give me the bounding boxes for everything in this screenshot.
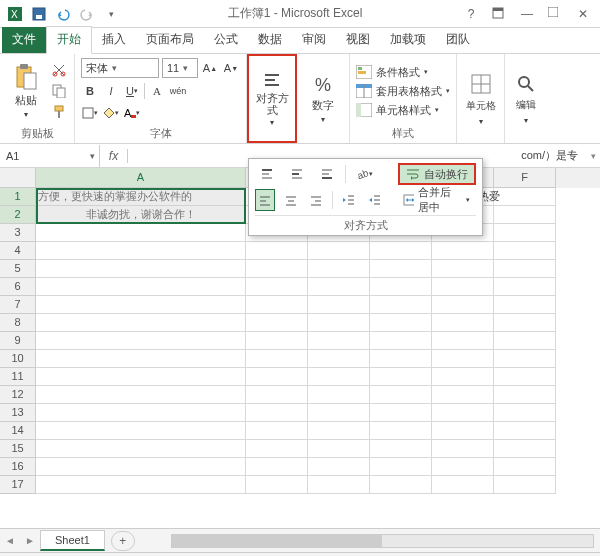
cell[interactable] bbox=[494, 368, 556, 386]
sheet-tab[interactable]: Sheet1 bbox=[40, 530, 105, 551]
cell[interactable] bbox=[432, 242, 494, 260]
row-header[interactable]: 13 bbox=[0, 404, 36, 422]
cell[interactable] bbox=[36, 296, 246, 314]
cell[interactable] bbox=[308, 242, 370, 260]
cell[interactable] bbox=[246, 332, 308, 350]
cell[interactable] bbox=[432, 314, 494, 332]
cell[interactable]: 方便，更快速的掌握办公软件的 bbox=[36, 188, 246, 206]
border-icon[interactable]: ▾ bbox=[81, 104, 99, 122]
cell[interactable] bbox=[432, 422, 494, 440]
cell[interactable] bbox=[494, 296, 556, 314]
fx-icon[interactable]: fx bbox=[100, 149, 128, 163]
group-number[interactable]: % 数字 ▾ bbox=[297, 54, 350, 143]
cell[interactable] bbox=[432, 350, 494, 368]
cell[interactable] bbox=[432, 404, 494, 422]
tab-view[interactable]: 视图 bbox=[336, 27, 380, 53]
cell[interactable] bbox=[246, 422, 308, 440]
cell[interactable] bbox=[494, 386, 556, 404]
increase-indent-icon[interactable] bbox=[365, 189, 385, 211]
col-header[interactable]: F bbox=[494, 168, 556, 188]
cell[interactable] bbox=[246, 458, 308, 476]
cell[interactable] bbox=[370, 332, 432, 350]
wrap-text-button[interactable]: 自动换行 bbox=[398, 163, 476, 185]
redo-icon[interactable] bbox=[78, 5, 96, 23]
cell[interactable] bbox=[370, 404, 432, 422]
row-header[interactable]: 9 bbox=[0, 332, 36, 350]
row-header[interactable]: 5 bbox=[0, 260, 36, 278]
cell[interactable] bbox=[36, 332, 246, 350]
group-editing[interactable]: 编辑 ▾ bbox=[505, 54, 547, 143]
cell[interactable] bbox=[308, 422, 370, 440]
phonetic-icon[interactable]: wén bbox=[169, 82, 187, 100]
align-middle-icon[interactable] bbox=[285, 163, 309, 185]
cell[interactable] bbox=[370, 386, 432, 404]
cell[interactable] bbox=[370, 422, 432, 440]
cell[interactable] bbox=[432, 278, 494, 296]
cell[interactable] bbox=[432, 458, 494, 476]
cell[interactable] bbox=[36, 242, 246, 260]
undo-icon[interactable] bbox=[54, 5, 72, 23]
tab-review[interactable]: 审阅 bbox=[292, 27, 336, 53]
group-alignment[interactable]: 对齐方式 ▾ bbox=[247, 54, 297, 143]
tab-formulas[interactable]: 公式 bbox=[204, 27, 248, 53]
group-cells[interactable]: 单元格 ▾ bbox=[457, 54, 505, 143]
cell[interactable] bbox=[494, 440, 556, 458]
horizontal-scrollbar[interactable] bbox=[171, 534, 594, 548]
bold-icon[interactable]: B bbox=[81, 82, 99, 100]
cell[interactable] bbox=[370, 476, 432, 494]
copy-icon[interactable] bbox=[50, 82, 68, 100]
conditional-format-button[interactable]: 条件格式▾ bbox=[356, 64, 450, 81]
italic-icon[interactable]: I bbox=[102, 82, 120, 100]
cell[interactable] bbox=[36, 224, 246, 242]
decrease-font-icon[interactable]: A▼ bbox=[222, 59, 240, 77]
cell[interactable] bbox=[494, 476, 556, 494]
cell[interactable] bbox=[370, 458, 432, 476]
cell[interactable] bbox=[494, 188, 556, 206]
cell[interactable] bbox=[246, 404, 308, 422]
cell[interactable] bbox=[308, 404, 370, 422]
row-header[interactable]: 4 bbox=[0, 242, 36, 260]
row-header[interactable]: 6 bbox=[0, 278, 36, 296]
sheet-nav-next[interactable]: ► bbox=[20, 535, 40, 546]
cell[interactable] bbox=[308, 314, 370, 332]
cell[interactable] bbox=[246, 314, 308, 332]
tab-addins[interactable]: 加载项 bbox=[380, 27, 436, 53]
font-effects-icon[interactable]: A bbox=[148, 82, 166, 100]
cell[interactable] bbox=[36, 368, 246, 386]
cell[interactable] bbox=[432, 386, 494, 404]
cell[interactable] bbox=[370, 350, 432, 368]
row-header[interactable]: 15 bbox=[0, 440, 36, 458]
sheet-nav-prev[interactable]: ◄ bbox=[0, 535, 20, 546]
cell[interactable] bbox=[308, 296, 370, 314]
cell-styles-button[interactable]: 单元格样式▾ bbox=[356, 102, 450, 119]
font-name-combo[interactable]: 宋体▾ bbox=[81, 58, 159, 78]
col-header[interactable]: A bbox=[36, 168, 246, 188]
cell[interactable] bbox=[494, 332, 556, 350]
cell[interactable] bbox=[36, 314, 246, 332]
cell[interactable] bbox=[246, 386, 308, 404]
cell[interactable] bbox=[432, 440, 494, 458]
cell[interactable] bbox=[494, 458, 556, 476]
row-header[interactable]: 1 bbox=[0, 188, 36, 206]
tab-file[interactable]: 文件 bbox=[2, 27, 46, 53]
add-sheet-button[interactable]: + bbox=[111, 531, 135, 551]
row-header[interactable]: 8 bbox=[0, 314, 36, 332]
row-header[interactable]: 7 bbox=[0, 296, 36, 314]
cell[interactable] bbox=[432, 368, 494, 386]
merge-center-button[interactable]: 合并后居中▾ bbox=[397, 189, 476, 211]
formula-expand-icon[interactable]: ▾ bbox=[586, 151, 600, 161]
cell[interactable] bbox=[494, 206, 556, 224]
cell[interactable] bbox=[432, 296, 494, 314]
select-all-corner[interactable] bbox=[0, 168, 36, 188]
cell[interactable] bbox=[370, 314, 432, 332]
ribbon-display-icon[interactable] bbox=[492, 7, 506, 21]
help-icon[interactable]: ? bbox=[464, 7, 478, 21]
cell[interactable]: 非诚勿扰，谢谢合作！ bbox=[36, 206, 246, 224]
cell[interactable] bbox=[246, 440, 308, 458]
underline-icon[interactable]: U▾ bbox=[123, 82, 141, 100]
align-bottom-icon[interactable] bbox=[315, 163, 339, 185]
row-header[interactable]: 16 bbox=[0, 458, 36, 476]
cell[interactable] bbox=[494, 350, 556, 368]
cell[interactable] bbox=[494, 224, 556, 242]
tab-page-layout[interactable]: 页面布局 bbox=[136, 27, 204, 53]
